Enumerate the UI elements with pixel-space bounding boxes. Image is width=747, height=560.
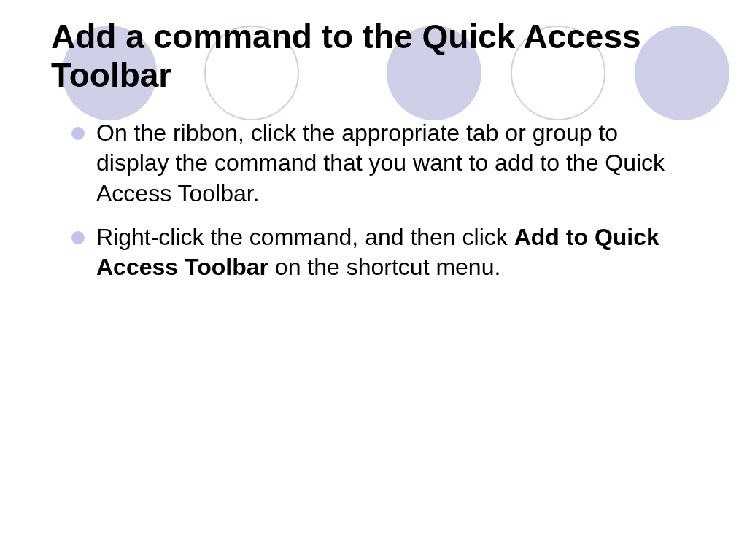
slide-title: Add a command to the Quick Access Toolba… [51,18,696,95]
bullet-icon [71,127,85,140]
bullet-icon [71,231,85,244]
bullet-text-pre: On the ribbon, click the appropriate tab… [96,120,665,206]
bullet-text-pre: Right-click the command, and then click [96,224,514,250]
slide-content: Add a command to the Quick Access Toolba… [0,0,747,283]
list-item: Right-click the command, and then click … [71,222,696,283]
bullet-list: On the ribbon, click the appropriate tab… [51,118,696,283]
bullet-text-post: on the shortcut menu. [268,254,500,280]
list-item: On the ribbon, click the appropriate tab… [71,118,696,209]
